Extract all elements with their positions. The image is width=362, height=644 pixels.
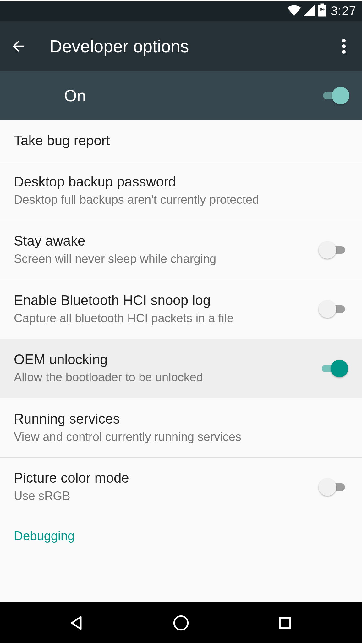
row-hci-snoop[interactable]: Enable Bluetooth HCI snoop log Capture a… [0, 280, 362, 339]
master-toggle-switch[interactable] [320, 87, 349, 104]
row-subtitle: Desktop full backups aren't currently pr… [14, 192, 348, 208]
row-subtitle: Use sRGB [14, 488, 311, 504]
row-stay-awake[interactable]: Stay awake Screen will never sleep while… [0, 220, 362, 280]
nav-back-button[interactable] [64, 610, 90, 636]
row-running-services[interactable]: Running services View and control curren… [0, 398, 362, 458]
svg-point-0 [342, 39, 346, 42]
oem-unlock-switch[interactable] [319, 360, 348, 377]
svg-point-2 [342, 50, 346, 54]
hci-snoop-switch[interactable] [319, 300, 348, 318]
master-toggle-row[interactable]: On [0, 71, 362, 120]
row-title: OEM unlocking [14, 352, 311, 367]
picture-color-switch[interactable] [319, 478, 348, 496]
section-label: Debugging [14, 529, 348, 543]
row-subtitle: Capture all bluetooth HCI packets in a f… [14, 311, 311, 326]
row-title: Stay awake [14, 233, 311, 249]
wifi-icon [287, 4, 301, 17]
row-desktop-backup[interactable]: Desktop backup password Desktop full bac… [0, 161, 362, 220]
screen: 84 3:27 Developer options On Take bug re… [0, 0, 362, 644]
status-time: 3:27 [331, 4, 356, 18]
back-button[interactable] [9, 37, 28, 56]
cell-signal-icon [304, 4, 315, 17]
row-title: Enable Bluetooth HCI snoop log [14, 292, 311, 308]
svg-point-1 [342, 44, 346, 48]
page-title: Developer options [50, 36, 189, 56]
status-bar: 84 3:27 [0, 0, 362, 21]
row-subtitle: Screen will never sleep while charging [14, 251, 311, 267]
app-bar: Developer options [0, 21, 362, 71]
nav-recent-button[interactable] [272, 610, 298, 636]
svg-rect-4 [280, 618, 290, 628]
system-nav-bar [0, 602, 362, 644]
status-icons: 84 [287, 3, 326, 18]
row-oem-unlock[interactable]: OEM unlocking Allow the bootloader to be… [0, 339, 362, 398]
row-picture-color[interactable]: Picture color mode Use sRGB [0, 458, 362, 516]
overflow-menu-button[interactable] [334, 37, 353, 56]
svg-point-3 [174, 616, 188, 630]
row-subtitle: Allow the bootloader to be unlocked [14, 370, 311, 385]
battery-level: 84 [318, 7, 326, 12]
frame-edge-bottom [0, 643, 362, 644]
row-title: Take bug report [14, 133, 348, 148]
row-subtitle: View and control currently running servi… [14, 429, 348, 445]
battery-icon: 84 [318, 3, 326, 18]
frame-edge-top [0, 0, 362, 1]
section-debugging: Debugging [0, 516, 362, 546]
row-bug-report[interactable]: Take bug report [0, 120, 362, 161]
settings-list[interactable]: Take bug report Desktop backup password … [0, 120, 362, 602]
row-title: Running services [14, 411, 348, 427]
row-title: Picture color mode [14, 470, 311, 486]
nav-home-button[interactable] [168, 610, 194, 636]
stay-awake-switch[interactable] [319, 241, 348, 259]
master-toggle-label: On [64, 86, 86, 105]
row-title: Desktop backup password [14, 174, 348, 190]
